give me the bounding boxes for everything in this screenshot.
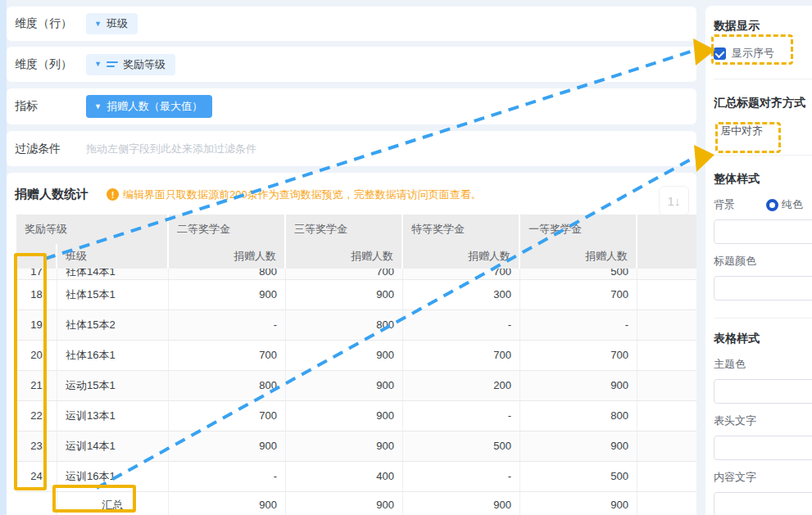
table-cell: 900 (286, 401, 403, 431)
table-cell: 24 (16, 462, 57, 491)
content-text-color-input[interactable] (714, 492, 812, 515)
warning-text: 编辑界面只取数据源前200条作为查询数据预览，完整数据请访问页面查看。 (123, 187, 482, 202)
table-cell: 400 (286, 462, 403, 491)
table-cell: 900 (169, 280, 286, 309)
divider (714, 318, 812, 318)
header-text-color-input[interactable] (714, 436, 812, 460)
filter-drop-zone[interactable]: 拖动左侧字段到此处来添加过滤条件 (86, 142, 256, 156)
left-edge-stripe (0, 0, 7, 515)
show-seq-label: 显示序号 (732, 46, 774, 61)
table-cell (16, 492, 57, 515)
theme-color-input[interactable] (714, 379, 812, 404)
table-cell: 汇总 (57, 492, 169, 515)
table-cell: 社体15本2 (57, 310, 169, 340)
table-cell: 22 (16, 401, 57, 431)
table-cell: 社体16本1 (57, 341, 169, 370)
col-header: 特等奖学金 (403, 215, 520, 244)
table-cell: - (403, 401, 520, 431)
measure-col-header: 捐赠人数 (169, 244, 286, 269)
data-display-title: 数据显示 (714, 19, 812, 34)
overall-style-title: 整体样式 (714, 172, 812, 187)
measure-col-header: 捐赠人数 (403, 244, 520, 269)
settings-panel: 数据显示 显示序号 汇总标题对齐方式 居中对齐 整体样式 背景 纯色 标题颜色 … (705, 6, 812, 515)
sort-numeric-icon: 1↓ (668, 194, 681, 208)
table-cell: 900 (286, 492, 403, 515)
table-row: 20社体16本1700900700700 (16, 341, 696, 371)
chevron-down-icon: ▼ (94, 20, 102, 28)
dimension-row-card: 维度（行） ▼ 班级 (7, 7, 696, 41)
table-cell: 700 (403, 269, 520, 280)
col-header: 一等奖学金 (520, 215, 637, 244)
dimension-col-chip[interactable]: ▼ 奖励等级 (86, 54, 175, 75)
sort-button[interactable]: 1↓ (659, 186, 689, 215)
filter-card: 过滤条件 拖动左侧字段到此处来添加过滤条件 (7, 131, 696, 166)
table-body: 17社体14本180070070050018社体15本1900900300700… (16, 269, 696, 515)
table-cell (637, 280, 696, 309)
table-title: 捐赠人数统计 (15, 187, 88, 202)
table-cell: 18 (16, 280, 57, 309)
table-cell: 900 (286, 280, 403, 309)
table-style-title: 表格样式 (714, 332, 812, 346)
table-cell: 900 (520, 431, 637, 461)
table-cell: 900 (169, 431, 286, 461)
table-cell: 900 (169, 492, 286, 515)
table-cell: - (169, 462, 286, 491)
checkbox-checked-icon[interactable] (714, 47, 726, 60)
table-cell: - (520, 310, 637, 340)
table-cell: 900 (403, 492, 520, 515)
table-cell (637, 401, 696, 431)
chevron-down-icon: ▼ (94, 103, 102, 111)
divider (714, 155, 812, 156)
measure-col-header: 捐赠人数 (286, 244, 403, 269)
table-header-row-1: 奖励等级 二等奖学金 三等奖学金 特等奖学金 一等奖学金 (16, 215, 696, 244)
table-cell: 运训14本1 (57, 431, 169, 461)
table-cell: 800 (169, 269, 286, 280)
measure-card: 指标 ▼ 捐赠人数（最大值） (7, 88, 696, 124)
chevron-down-icon: ▼ (94, 61, 102, 68)
background-color-input[interactable] (714, 219, 812, 244)
table-cell: 20 (16, 341, 57, 370)
measure-col-header: 捐赠人数 (520, 244, 637, 269)
col-header: 三等奖学金 (286, 215, 403, 244)
summary-row: 汇总900900900900 (16, 492, 696, 515)
table-cell: 社体15本1 (57, 280, 169, 309)
show-seq-checkbox-row[interactable]: 显示序号 (714, 46, 812, 61)
table-cell (637, 431, 696, 461)
measure-label: 指标 (15, 99, 86, 114)
dimension-col-card: 维度（列） ▼ 奖励等级 (7, 47, 696, 82)
table-cell: 500 (403, 431, 520, 461)
dimension-row-chip[interactable]: ▼ 班级 (86, 13, 138, 34)
title-color-input[interactable] (714, 276, 812, 300)
seq-col-header (16, 244, 57, 269)
dimension-row-label: 维度（行） (15, 16, 86, 31)
sort-order-icon (107, 61, 118, 67)
col-header-partial (637, 215, 696, 244)
table-cell: 19 (16, 310, 57, 340)
filter-label: 过滤条件 (15, 142, 86, 156)
table-row: 22运训13本1700900-800 (16, 401, 696, 431)
table-cell: 500 (520, 462, 637, 491)
table-cell: 200 (403, 371, 520, 400)
table-cell: 900 (286, 371, 403, 400)
summary-align-select[interactable]: 居中对齐 (720, 124, 812, 138)
table-cell: 700 (403, 341, 520, 370)
table-cell: 500 (520, 269, 637, 280)
table-cell: 700 (286, 269, 403, 280)
background-label: 背景 (714, 197, 766, 212)
table-cell: - (403, 462, 520, 491)
theme-color-label: 主题色 (714, 357, 812, 372)
table-header-row-2: 班级 捐赠人数 捐赠人数 捐赠人数 捐赠人数 捐赠人数 (16, 244, 696, 269)
radio-selected-icon[interactable] (766, 199, 778, 211)
table-cell: 运动15本1 (57, 371, 169, 400)
table-row: 19社体15本2-800-- (16, 310, 696, 341)
table-cell: - (169, 310, 286, 340)
table-row: 17社体14本1800700700500 (16, 269, 696, 280)
measure-chip[interactable]: ▼ 捐赠人数（最大值） (86, 95, 212, 118)
table-cell: 700 (520, 341, 637, 370)
background-solid-option[interactable]: 纯色 (782, 197, 803, 212)
table-cell: 900 (286, 431, 403, 461)
divider (714, 79, 812, 79)
table-cell (637, 492, 696, 515)
table-row: 21运动15本1800900200900 (16, 371, 696, 401)
measure-chip-label: 捐赠人数（最大值） (107, 99, 202, 114)
